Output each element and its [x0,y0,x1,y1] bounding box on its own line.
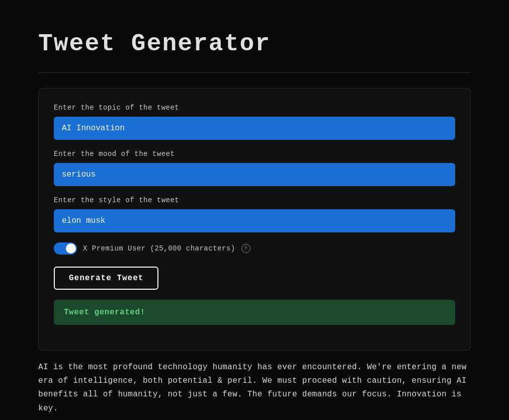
mood-input[interactable] [54,163,455,186]
generate-tweet-button[interactable]: Generate Tweet [54,267,158,290]
help-icon[interactable]: ? [241,244,250,253]
topic-label: Enter the topic of the tweet [54,104,455,112]
generated-tweet-text: AI is the most profound technology human… [38,361,471,415]
page-title: Tweet Generator [38,30,471,57]
topic-input[interactable] [54,117,455,140]
style-label: Enter the style of the tweet [54,196,455,204]
success-banner: Tweet generated! [54,300,455,325]
premium-toggle-row: X Premium User (25,000 characters) ? [54,242,455,255]
success-message: Tweet generated! [64,308,145,317]
premium-toggle-label: X Premium User (25,000 characters) [83,244,235,253]
tweet-form-card: Enter the topic of the tweet Enter the m… [38,88,471,351]
mood-label: Enter the mood of the tweet [54,150,455,158]
style-input[interactable] [54,209,455,232]
premium-toggle[interactable] [54,242,77,255]
section-divider [38,72,471,73]
